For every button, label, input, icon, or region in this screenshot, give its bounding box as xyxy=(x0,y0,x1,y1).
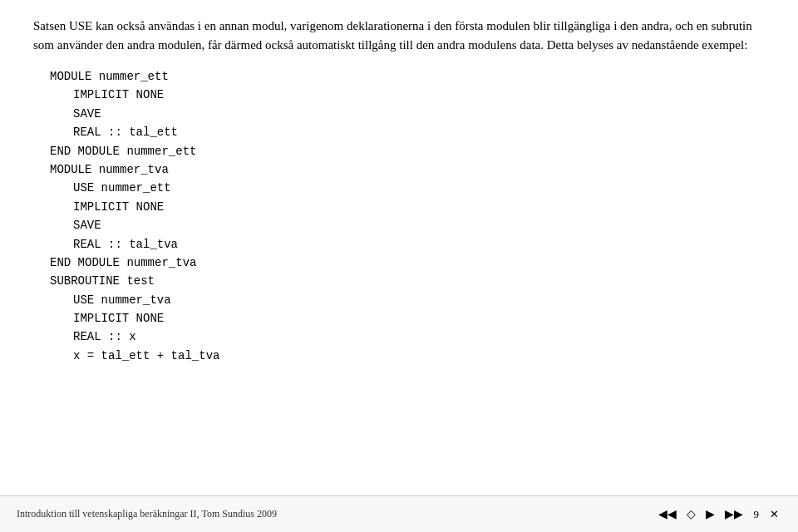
nav-first-button[interactable]: ◀◀ xyxy=(656,505,679,523)
nav-next-button[interactable]: ▶ xyxy=(703,505,717,523)
page-number: 9 xyxy=(754,508,760,521)
code-line-1: MODULE nummer_ett xyxy=(50,67,765,86)
footer-navigation: ◀◀ ◇ ▶ ▶▶ 9 ✕ xyxy=(656,505,782,523)
code-line-9: SAVE xyxy=(73,216,765,234)
footer-text: Introduktion till vetenskapliga beräknin… xyxy=(17,508,277,520)
footer: Introduktion till vetenskapliga beräknin… xyxy=(0,495,798,532)
code-line-14: IMPLICIT NONE xyxy=(73,309,765,328)
code-line-3: SAVE xyxy=(73,105,765,123)
close-button[interactable]: ✕ xyxy=(767,506,781,523)
code-line-7: USE nummer_ett xyxy=(73,179,765,197)
code-block: MODULE nummer_ett IMPLICIT NONE SAVE REA… xyxy=(50,67,765,365)
code-line-13: USE nummer_tva xyxy=(73,291,765,309)
code-line-2: IMPLICIT NONE xyxy=(73,86,765,104)
nav-prev-diamond-button[interactable]: ◇ xyxy=(684,505,698,523)
code-line-10: REAL :: tal_tva xyxy=(73,235,765,254)
code-line-15: REAL :: x xyxy=(73,328,765,346)
nav-last-button[interactable]: ▶▶ xyxy=(722,505,746,523)
code-line-6: MODULE nummer_tva xyxy=(50,160,765,179)
body-paragraph: Satsen USE kan också användas i en annan… xyxy=(33,17,765,54)
code-line-11: END MODULE nummer_tva xyxy=(50,254,765,272)
page-content: Satsen USE kan också användas i en annan… xyxy=(0,0,798,532)
code-line-16: x = tal_ett + tal_tva xyxy=(73,347,765,365)
code-line-12: SUBROUTINE test xyxy=(50,272,765,290)
code-line-8: IMPLICIT NONE xyxy=(73,198,765,216)
code-line-5: END MODULE nummer_ett xyxy=(50,142,765,160)
code-line-4: REAL :: tal_ett xyxy=(73,123,765,141)
